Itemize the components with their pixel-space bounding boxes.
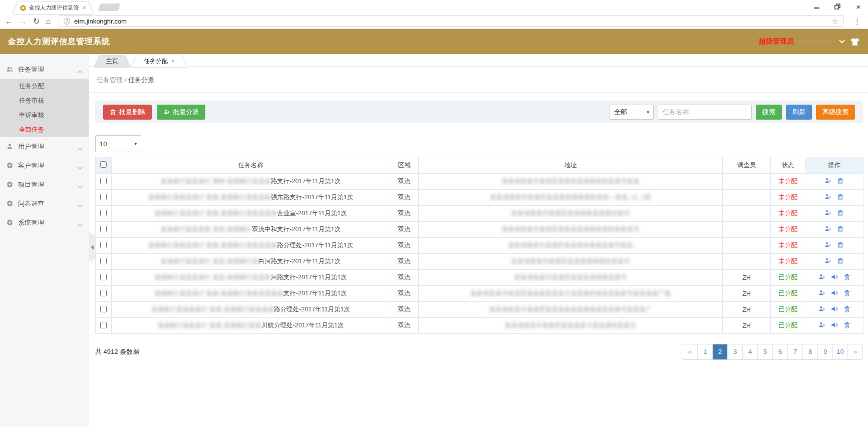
delete-action-icon[interactable]: [837, 225, 844, 234]
sidebar-collapse-handle[interactable]: [89, 233, 95, 261]
delete-action-icon[interactable]: [837, 209, 844, 218]
browser-menu-icon[interactable]: ⋮: [851, 17, 863, 26]
back-icon[interactable]: ←: [5, 18, 13, 26]
assign-action-icon[interactable]: [824, 241, 831, 250]
batch-assign-button[interactable]: 批量分派: [157, 105, 205, 120]
sidebar-item-项目管理[interactable]: 项目管理: [0, 175, 89, 194]
delete-action-icon[interactable]: [843, 321, 850, 330]
action-icons: [807, 273, 861, 282]
tab-close-icon[interactable]: ×: [83, 5, 86, 12]
assign-action-icon[interactable]: [818, 321, 825, 330]
pagination-page-2[interactable]: 2: [712, 344, 727, 359]
pagination-page-8[interactable]: 8: [802, 344, 817, 359]
task-name-cell: 某某银行某某某行 某某-某某银行某白河路支行-2017年11月第1次: [112, 254, 390, 270]
sidebar-item-用户管理[interactable]: 用户管理: [0, 137, 89, 156]
delete-action-icon[interactable]: [837, 241, 844, 250]
assign-action-icon[interactable]: [824, 257, 831, 266]
username-blurred[interactable]: superadmin: [800, 38, 834, 46]
row-checkbox[interactable]: [100, 194, 107, 200]
assign-action-icon[interactable]: [818, 305, 825, 314]
refresh-icon[interactable]: ↻: [33, 18, 40, 26]
row-checkbox[interactable]: [100, 242, 107, 248]
row-checkbox[interactable]: [100, 226, 107, 232]
select-all-checkbox[interactable]: [100, 161, 107, 168]
sidebar-item-label: 客户管理: [18, 161, 44, 170]
page-tab-任务分配[interactable]: 任务分配×: [132, 55, 187, 67]
pagination-page-7[interactable]: 7: [787, 344, 802, 359]
sidebar-item-客户管理[interactable]: 客户管理: [0, 156, 89, 175]
delete-action-icon[interactable]: [837, 177, 844, 186]
sidebar-item-系统管理[interactable]: 系统管理: [0, 213, 89, 232]
new-tab-button[interactable]: [98, 4, 121, 11]
pagination-page-3[interactable]: 3: [727, 344, 742, 359]
pagination-next[interactable]: »: [847, 344, 862, 359]
page-tab-主页[interactable]: 主页: [94, 55, 130, 67]
row-checkbox[interactable]: [100, 322, 107, 328]
row-checkbox[interactable]: [100, 306, 107, 312]
row-checkbox[interactable]: [100, 290, 107, 296]
sidebar-item-问卷调查[interactable]: 问卷调查: [0, 194, 89, 213]
sidebar-subitem-全部任务[interactable]: 全部任务: [0, 123, 89, 137]
delete-action-icon[interactable]: [837, 193, 844, 202]
info-icon[interactable]: i: [64, 18, 70, 25]
window-restore-button[interactable]: [832, 2, 843, 11]
delete-action-icon[interactable]: [843, 289, 850, 298]
assign-action-icon[interactable]: [824, 177, 831, 186]
forward-icon[interactable]: →: [19, 18, 27, 26]
window-close-button[interactable]: ×: [853, 2, 864, 11]
sidebar-item-任务管理[interactable]: 任务管理: [0, 60, 89, 79]
pagination-prev[interactable]: «: [682, 344, 697, 359]
assign-action-icon[interactable]: [824, 193, 831, 202]
delete-action-icon[interactable]: [843, 305, 850, 314]
row-checkbox[interactable]: [100, 274, 107, 280]
pagination-page-1[interactable]: 1: [697, 344, 712, 359]
refresh-button[interactable]: 刷新: [786, 105, 812, 120]
row-checkbox[interactable]: [100, 178, 107, 184]
pagination-page-9[interactable]: 9: [817, 344, 832, 359]
breadcrumb-parent[interactable]: 任务管理: [97, 76, 123, 84]
search-button[interactable]: 搜索: [756, 105, 782, 120]
pagination-page-6[interactable]: 6: [772, 344, 787, 359]
address-cell: 某某省某某市某某区某某某某某路某某段某某某号: [419, 222, 723, 238]
announce-action-icon[interactable]: [831, 321, 838, 330]
assign-action-icon[interactable]: [818, 289, 825, 298]
url-text[interactable]: eim.jinkonghr.com: [74, 18, 827, 25]
task-name-search-input[interactable]: [658, 105, 752, 120]
sidebar-item-label: 任务管理: [18, 65, 44, 74]
address-cell: 某某省某某市某某区某某某某某某大道某某段某某某某某号某某某某广场: [419, 286, 723, 302]
announce-action-icon[interactable]: [831, 273, 838, 282]
row-checkbox[interactable]: [100, 258, 107, 264]
delete-action-icon[interactable]: [843, 273, 850, 282]
announce-action-icon[interactable]: [831, 289, 838, 298]
sidebar-subitem-任务分配[interactable]: 任务分配: [0, 79, 89, 94]
assign-action-icon[interactable]: [824, 209, 831, 218]
shirt-icon[interactable]: [850, 38, 860, 46]
sidebar-item-label: 项目管理: [18, 180, 44, 189]
actions-cell: [805, 206, 863, 222]
action-icons: [807, 257, 861, 266]
gear-icon: [6, 181, 14, 188]
delete-action-icon[interactable]: [837, 257, 844, 266]
page-tab-close-icon[interactable]: ×: [171, 55, 175, 67]
sidebar-subitem-任务审核[interactable]: 任务审核: [0, 94, 89, 108]
chevron-down-icon[interactable]: [839, 38, 844, 43]
pagination-page-4[interactable]: 4: [742, 344, 757, 359]
toolbar: 批量删除 批量分派 全部 ▾ 搜索 刷新 高级搜索: [95, 101, 863, 123]
advanced-search-button[interactable]: 高级搜索: [816, 105, 855, 120]
bookmark-star-icon[interactable]: ☆: [832, 17, 838, 26]
pagination-page-10[interactable]: 10: [832, 344, 847, 359]
row-checkbox[interactable]: [100, 210, 107, 216]
status-badge: 未分配: [778, 242, 797, 249]
sidebar-subitem-申诉审核[interactable]: 申诉审核: [0, 108, 89, 123]
url-field[interactable]: i eim.jinkonghr.com ☆: [59, 16, 843, 27]
column-header-状态: 状态: [771, 157, 805, 174]
status-filter-select[interactable]: 全部 ▾: [610, 105, 654, 120]
home-icon[interactable]: ⌂: [46, 18, 51, 26]
assign-action-icon[interactable]: [824, 225, 831, 234]
window-minimize-button[interactable]: [811, 2, 822, 11]
assign-action-icon[interactable]: [818, 273, 825, 282]
page-size-select[interactable]: 10 ▾: [95, 135, 141, 152]
batch-delete-button[interactable]: 批量删除: [103, 105, 152, 120]
announce-action-icon[interactable]: [831, 305, 838, 314]
pagination-page-5[interactable]: 5: [757, 344, 772, 359]
